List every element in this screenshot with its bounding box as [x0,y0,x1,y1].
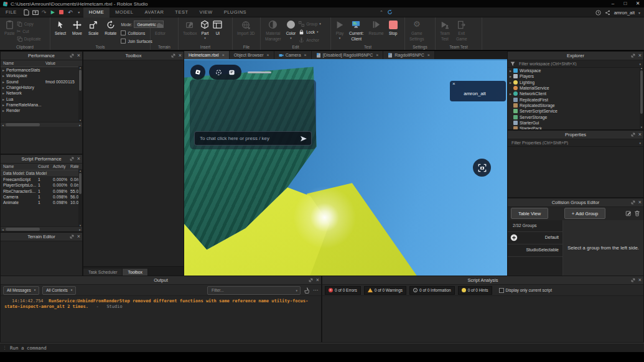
stop-button[interactable]: Stop [387,19,399,36]
menu-tab-test[interactable]: TEST [169,7,194,17]
toolbox-button[interactable]: Toolbox [181,19,198,36]
drag-handle-icon[interactable]: ⋮ [2,345,6,350]
display-current-script-checkbox[interactable]: Display only current script [499,287,552,294]
team-test-button[interactable]: Team Test [438,19,452,42]
popout-icon[interactable] [309,278,313,282]
exit-game-button[interactable]: Exit Game [454,19,469,42]
close-icon[interactable]: × [638,132,642,137]
expand-arrow-icon[interactable]: ▸ [508,68,513,73]
explorer-item-serverscriptservice[interactable]: ServerScriptService [508,108,643,114]
expand-arrow-icon[interactable]: ▸ [1,85,6,90]
share-icon[interactable] [605,10,610,16]
open-file-icon[interactable] [31,7,40,17]
table-row[interactable]: Camera10.098%56.0/s [1,194,82,200]
resume-button[interactable]: Resume [366,19,385,36]
chat-input-bar[interactable] [194,131,312,146]
table-view-button[interactable]: Table View [511,208,548,219]
clear-output-icon[interactable] [304,287,310,294]
sync-icon[interactable] [387,9,393,15]
duplicate-button[interactable]: Duplicate [17,35,41,42]
popout-icon[interactable] [631,200,635,205]
command-input[interactable] [9,345,642,351]
select-button[interactable]: Select [53,19,68,36]
explorer-item-serverstorage[interactable]: ServerStorage [508,114,643,119]
tab-camera[interactable]: Camera× [274,51,312,59]
tab-ragdoll[interactable]: RagdollR6NPC× [383,51,435,59]
popout-icon[interactable] [171,53,175,58]
controls-icon[interactable] [215,69,222,76]
chevron-down-icon[interactable]: ▾ [639,62,641,66]
expand-arrow-icon[interactable]: ▸ [508,74,513,78]
expand-arrow-icon[interactable]: ▸ [1,97,6,101]
import-3d-button[interactable]: Import 3D [235,19,257,36]
explorer-item-workspace[interactable]: ▸Workspace [508,68,643,73]
expand-arrow-icon[interactable]: ▸ [1,73,6,78]
output-filter-box[interactable]: ▾ [207,286,301,295]
explorer-filter-input[interactable] [518,61,637,67]
messages-filter-dropdown[interactable]: All Messages▾ [3,286,39,295]
expand-arrow-icon[interactable]: ▸ [1,103,6,107]
information-badge[interactable]: i0 of 0 Information [409,286,455,295]
send-icon[interactable] [300,136,307,142]
close-tab-icon[interactable]: × [304,53,307,57]
table-row[interactable]: Animate10.098%10.0/s [1,200,82,205]
explorer-item-startergui[interactable]: StarterGui [508,120,643,126]
current-client-button[interactable]: Current: Client [347,19,365,42]
close-tab-icon[interactable]: × [427,53,430,57]
popout-icon[interactable] [631,53,635,58]
paste-button[interactable]: Paste [2,19,17,36]
close-icon[interactable]: × [316,277,319,283]
tab-object-browser[interactable]: Object Browser× [230,51,274,59]
menu-tab-view[interactable]: VIEW [194,7,218,17]
user-caret-icon[interactable]: ▾ [638,11,640,15]
table-row[interactable]: PlayerScriptsLo...10.000%0.0/s [1,182,82,188]
add-group-button[interactable]: + Add Group [564,208,605,219]
minimize-button[interactable]: – [607,0,619,7]
collapse-ribbon-icon[interactable]: ⌃ [380,10,383,15]
command-bar[interactable]: ⋮ [0,343,644,352]
expand-arrow-icon[interactable]: ▸ [1,91,6,95]
popout-icon[interactable] [70,157,74,161]
copy-button[interactable]: Copy [17,20,41,27]
close-tab-icon[interactable]: × [376,53,378,57]
table-row[interactable]: RbxCharacterS...10.098%55.0/s [1,188,82,194]
table-row[interactable]: ▸Soundfmod 00020115 [1,79,82,85]
explorer-item-lighting[interactable]: ▸Lighting [508,80,643,85]
delete-group-icon[interactable] [634,210,640,216]
ui-button[interactable]: UI [211,19,224,36]
game-settings-button[interactable]: ⚙ Game Settings [408,19,426,42]
table-row[interactable]: ▸Lua [1,96,82,101]
expand-arrow-icon[interactable]: ▸ [508,91,513,96]
color-button[interactable]: Color ▾ [284,19,298,40]
close-icon[interactable]: × [638,200,642,205]
warnings-badge[interactable]: 0 of 0 Warnings [364,286,406,295]
scale-button[interactable]: Scale [86,19,100,36]
table-row[interactable]: ▸Render [1,108,82,113]
vertical-scrollbar[interactable]: ▲▼ [78,66,82,122]
terrain-editor-button[interactable]: Editor [153,19,167,36]
popout-icon[interactable] [631,278,635,282]
rename-group-icon[interactable] [625,210,632,216]
explorer-item-materialservice[interactable]: MaterialService [508,85,643,91]
horizontal-scrollbar[interactable]: ◂▸ [1,122,82,127]
table-row[interactable]: ▸FrameRateMana... [1,102,82,108]
popout-icon[interactable] [70,234,74,239]
table-row[interactable]: FreecamScript10.000%0.0/s [1,177,82,182]
table-row[interactable]: ▸PerformanceStats [1,67,82,73]
move-button[interactable]: Move [70,19,84,36]
output-log[interactable]: 14:14:42.754 RunService:UnbindFromRender… [1,296,321,310]
material-manager-button[interactable]: Material Manager [263,19,283,42]
tab-toolbox[interactable]: Toolbox [123,269,147,276]
lock-button[interactable]: Lock▾ [299,28,321,35]
explorer-item-replicatedstorage[interactable]: ReplicatedStorage [508,103,643,108]
horizontal-scrollbar[interactable]: ◂▸ [1,226,82,231]
part-button[interactable]: Part ▾ [198,19,211,40]
quick-access-caret-icon[interactable]: ▾ [75,7,83,17]
data-model-group-row[interactable]: Data Model: Data Model [1,170,82,177]
chevron-down-icon[interactable]: ▾ [639,141,641,145]
output-overflow-menu-icon[interactable]: ⋯ [313,287,319,293]
close-tab-icon[interactable]: × [222,53,225,57]
group-row-studioselectable[interactable]: StudioSelectable [508,244,562,257]
close-icon[interactable]: × [638,53,642,58]
menu-tab-avatar[interactable]: AVATAR [139,7,170,17]
